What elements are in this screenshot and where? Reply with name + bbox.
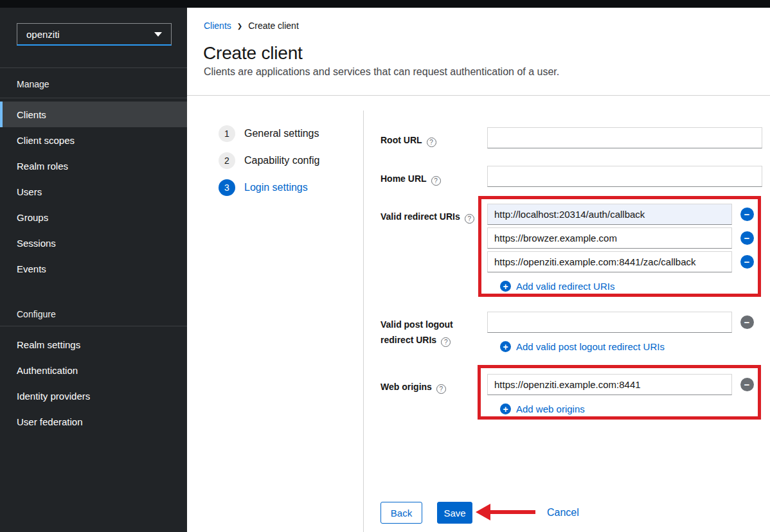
post-logout-control: − + Add valid post logout redirect URIs — [487, 312, 762, 353]
sidebar-divider — [0, 326, 187, 326]
remove-web-origin-button[interactable]: − — [739, 377, 755, 393]
header-divider — [187, 95, 770, 96]
valid-redirect-uris-label-cell: Valid redirect URIs? — [381, 204, 487, 292]
sidebar-item-user-federation[interactable]: User federation — [0, 409, 187, 434]
wizard-step-capability-config[interactable]: 2 Capability config — [219, 152, 319, 169]
wizard-vertical-divider — [363, 111, 364, 532]
post-logout-row: − — [487, 312, 762, 333]
add-valid-redirect-uris-button[interactable]: + Add valid redirect URIs — [500, 281, 614, 292]
cancel-link[interactable]: Cancel — [547, 507, 579, 519]
minus-circle-icon: − — [740, 378, 754, 391]
wizard-actions: Back Save Cancel — [381, 502, 579, 524]
step-label: General settings — [244, 128, 319, 139]
redirect-uri-row: − — [487, 227, 762, 249]
web-origin-input[interactable] — [487, 374, 732, 395]
plus-circle-icon: + — [500, 403, 511, 414]
sidebar-item-sessions[interactable]: Sessions — [0, 230, 187, 256]
sidebar-item-clients[interactable]: Clients — [0, 102, 187, 127]
post-logout-redirect-uri-input[interactable] — [487, 312, 732, 333]
form-row-web-origins: Web origins? − + Add web origins — [381, 374, 762, 415]
valid-redirect-uris-label: Valid redirect URIs — [381, 211, 460, 222]
realm-selector-value: openziti — [26, 29, 60, 40]
home-url-label-cell: Home URL? — [381, 166, 487, 187]
remove-redirect-uri-1-button[interactable]: − — [739, 207, 755, 222]
home-url-input[interactable] — [487, 166, 762, 187]
post-logout-label-line1: Valid post logout — [381, 317, 487, 332]
add-post-logout-redirect-uris-button[interactable]: + Add valid post logout redirect URIs — [500, 341, 665, 352]
plus-circle-icon: + — [500, 341, 511, 352]
chevron-right-icon: ❯ — [237, 22, 242, 30]
sidebar-item-realm-settings[interactable]: Realm settings — [0, 332, 187, 357]
minus-circle-icon: − — [740, 315, 754, 329]
step-label: Capability config — [244, 155, 319, 166]
form-row-root-url: Root URL? — [381, 127, 762, 148]
redirect-uri-input-2[interactable] — [487, 227, 732, 249]
sidebar-item-users[interactable]: Users — [0, 179, 187, 204]
web-origin-row: − — [487, 374, 762, 395]
redirect-uri-row: − — [487, 251, 762, 272]
post-logout-label-cell: Valid post logout redirect URIs? — [381, 312, 487, 353]
sidebar-item-client-scopes[interactable]: Client scopes — [0, 127, 187, 153]
redirect-uri-input-3[interactable] — [487, 251, 732, 272]
realm-selector-dropdown[interactable]: openziti — [17, 23, 172, 46]
breadcrumb-clients-link[interactable]: Clients — [204, 21, 231, 31]
sidebar-item-realm-roles[interactable]: Realm roles — [0, 153, 187, 179]
wizard-step-general-settings[interactable]: 1 General settings — [219, 125, 319, 142]
page-title: Create client — [203, 43, 303, 64]
valid-redirect-uris-control: − − − + Add valid redirec — [487, 204, 762, 292]
post-logout-label-line2: redirect URIs — [381, 335, 436, 345]
breadcrumb: Clients ❯ Create client — [204, 21, 299, 31]
minus-circle-icon: − — [740, 208, 754, 221]
plus-circle-icon: + — [500, 281, 511, 292]
step-number-badge: 2 — [219, 152, 235, 169]
help-icon[interactable]: ? — [436, 384, 446, 394]
sidebar-item-identity-providers[interactable]: Identity providers — [0, 383, 187, 409]
add-post-logout-label: Add valid post logout redirect URIs — [516, 341, 665, 352]
keycloak-create-client-page: openziti Manage Clients Client scopes Re… — [0, 0, 770, 532]
page-description: Clients are applications and services th… — [204, 66, 559, 78]
sidebar-item-events[interactable]: Events — [0, 256, 187, 281]
sidebar-divider — [0, 98, 187, 98]
sidebar-item-groups[interactable]: Groups — [0, 204, 187, 230]
form-row-post-logout-redirect-uris: Valid post logout redirect URIs? − + Add… — [381, 312, 762, 353]
redirect-uri-row: − — [487, 204, 762, 225]
redirect-uri-input-1[interactable] — [487, 204, 732, 225]
web-origins-label-cell: Web origins? — [381, 374, 487, 415]
help-icon[interactable]: ? — [427, 137, 436, 147]
back-button[interactable]: Back — [381, 502, 422, 524]
sidebar: openziti Manage Clients Client scopes Re… — [0, 8, 187, 532]
add-web-origins-button[interactable]: + Add web origins — [500, 403, 585, 414]
sidebar-divider — [0, 67, 187, 68]
add-valid-redirect-uris-label: Add valid redirect URIs — [516, 281, 614, 292]
web-origins-label: Web origins — [381, 382, 432, 392]
wizard-step-login-settings[interactable]: 3 Login settings — [219, 179, 308, 196]
sidebar-nav-configure: Realm settings Authentication Identity p… — [0, 332, 187, 434]
home-url-control — [487, 166, 762, 187]
root-url-label-cell: Root URL? — [381, 127, 487, 148]
root-url-input[interactable] — [487, 127, 762, 148]
step-number-badge: 3 — [219, 179, 235, 196]
help-icon[interactable]: ? — [465, 214, 474, 224]
sidebar-section-configure: Configure — [17, 309, 56, 319]
masthead-bar — [0, 0, 770, 8]
main-content: Clients ❯ Create client Create client Cl… — [187, 8, 770, 532]
home-url-label: Home URL — [381, 173, 427, 184]
root-url-label: Root URL — [381, 135, 422, 145]
minus-circle-icon: − — [740, 231, 754, 245]
form-row-valid-redirect-uris: Valid redirect URIs? − − — [381, 204, 762, 292]
save-button[interactable]: Save — [437, 502, 472, 524]
sidebar-item-authentication[interactable]: Authentication — [0, 357, 187, 383]
remove-redirect-uri-2-button[interactable]: − — [739, 231, 755, 246]
web-origins-control: − + Add web origins — [487, 374, 762, 415]
sidebar-nav-manage: Clients Client scopes Realm roles Users … — [0, 102, 187, 281]
remove-redirect-uri-3-button[interactable]: − — [739, 254, 755, 270]
help-icon[interactable]: ? — [441, 337, 451, 347]
sidebar-section-manage: Manage — [17, 79, 49, 89]
breadcrumb-current: Create client — [248, 21, 299, 31]
caret-down-icon — [154, 32, 162, 37]
step-label: Login settings — [244, 182, 308, 193]
step-number-badge: 1 — [219, 125, 235, 142]
help-icon[interactable]: ? — [431, 176, 441, 186]
remove-post-logout-uri-button[interactable]: − — [739, 315, 755, 330]
add-web-origins-label: Add web origins — [516, 403, 585, 414]
